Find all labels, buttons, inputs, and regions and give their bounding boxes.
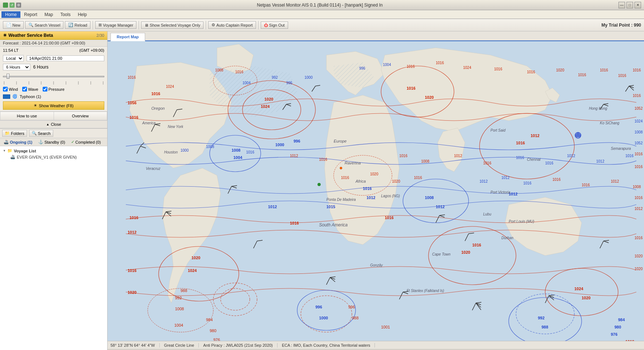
svg-text:1024: 1024 xyxy=(574,287,583,291)
typhoon-label: Typhoon (1) xyxy=(20,94,41,99)
svg-text:1012: 1012 xyxy=(268,205,277,209)
svg-text:1016: 1016 xyxy=(472,243,481,247)
completed-tab[interactable]: ✓ Completed (0) xyxy=(70,139,102,145)
maximize-button[interactable]: □ xyxy=(626,2,633,8)
forecast-bar: Forecast : 2021-04-14 21:00:00 (GMT +09:… xyxy=(0,40,107,47)
svg-text:1012: 1012 xyxy=(436,205,445,209)
new-button[interactable]: 📄 New xyxy=(3,21,24,29)
svg-text:996: 996 xyxy=(294,139,300,143)
menu-home[interactable]: Home xyxy=(1,11,20,18)
voyage-list-group: ▼ 📁 Voyage List xyxy=(1,148,106,154)
svg-text:Ravenna: Ravenna xyxy=(345,161,361,165)
svg-text:1016: 1016 xyxy=(151,92,160,96)
show-weather-label: Show Weather (F8) xyxy=(39,104,73,108)
titlebar: ↺ ⚙ Netpas Vessel Monitor AIS 0.1 (Build… xyxy=(0,0,644,10)
svg-text:996: 996 xyxy=(359,66,365,70)
svg-text:980: 980 xyxy=(210,328,216,333)
svg-text:1001: 1001 xyxy=(381,325,390,329)
menu-tools[interactable]: Tools xyxy=(57,11,74,18)
auto-captain-report-button[interactable]: ⚙ Auto Captain Report xyxy=(208,21,256,29)
voyage-manager-button[interactable]: ⊞ Voyage Manager xyxy=(95,21,136,29)
app-icons: ↺ ⚙ xyxy=(3,3,21,8)
svg-text:1015: 1015 xyxy=(326,205,335,209)
show-weather-button[interactable]: ☀ Show Weather (F8) xyxy=(3,101,104,110)
svg-text:Veracruz: Veracruz xyxy=(146,167,161,171)
weather-btn-icon: ☀ xyxy=(34,103,37,108)
sign-out-button[interactable]: ⏻ Sign Out xyxy=(261,22,288,29)
svg-text:1016: 1016 xyxy=(128,75,136,79)
svg-text:Lagos (NG): Lagos (NG) xyxy=(381,194,400,198)
signout-icon: ⏻ xyxy=(264,23,268,27)
close-weather-button[interactable]: ▲ Close xyxy=(0,120,107,128)
svg-text:Ft Stanlex (Falkland Is): Ft Stanlex (Falkland Is) xyxy=(407,289,444,293)
svg-text:1016: 1016 xyxy=(516,141,525,145)
pressure-checkbox[interactable]: Pressure xyxy=(43,87,65,92)
report-map-tab[interactable]: Report Map xyxy=(110,33,145,41)
reload-button[interactable]: 🔄 Reload xyxy=(65,21,90,29)
folders-button[interactable]: 📁 Folders xyxy=(2,130,27,137)
svg-text:980: 980 xyxy=(614,325,621,329)
locale-select[interactable]: Local xyxy=(3,55,24,62)
list-item[interactable]: 🚢 EVER GIVEN_V1 (EVER GIVEN) xyxy=(1,154,106,160)
menu-map[interactable]: Map xyxy=(41,11,57,18)
svg-text:1008: 1008 xyxy=(175,307,184,311)
search-voyage-button[interactable]: 🔍 Search xyxy=(29,130,53,137)
close-button[interactable]: ✕ xyxy=(635,2,641,8)
date-input[interactable] xyxy=(27,55,104,61)
overview-button[interactable]: Overview xyxy=(54,112,108,120)
expand-icon: ▼ xyxy=(3,149,6,152)
svg-text:1012: 1012 xyxy=(128,230,136,234)
svg-text:New York: New York xyxy=(168,125,184,129)
search-vessel-button[interactable]: 🔍 Search Vessel xyxy=(25,21,63,29)
ongoing-icon: 🚢 xyxy=(4,140,9,144)
menu-help[interactable]: Help xyxy=(74,11,90,18)
svg-text:976: 976 xyxy=(611,332,617,337)
weather-map[interactable]: 1024 1020 1016 1056 1016 1016 1020 1016 … xyxy=(108,41,644,349)
layer-checkboxes: Wind Wave Pressure xyxy=(0,85,107,93)
svg-text:1016: 1016 xyxy=(582,183,590,187)
show-selected-voyage-button[interactable]: 🖥 Show Selected Voyage Only xyxy=(141,22,203,29)
window-controls[interactable]: — □ ✕ xyxy=(618,2,641,8)
how-overview-row: How to use Overview xyxy=(0,111,107,120)
svg-text:1024: 1024 xyxy=(188,268,197,273)
wind-checkbox[interactable]: Wind xyxy=(3,87,18,92)
svg-text:1008: 1008 xyxy=(215,68,224,72)
svg-text:1016: 1016 xyxy=(290,221,299,225)
svg-text:1016: 1016 xyxy=(633,68,641,72)
svg-text:992: 992 xyxy=(175,296,182,300)
weather-page: 2/30 xyxy=(97,33,104,38)
menu-report[interactable]: Report xyxy=(20,11,41,18)
voyage-tree: ▼ 📁 Voyage List 🚢 EVER GIVEN_V1 (EVER GI… xyxy=(0,146,107,350)
slider-ticks: ||||||||| xyxy=(3,81,104,85)
svg-text:1020: 1020 xyxy=(128,290,136,295)
how-to-use-button[interactable]: How to use xyxy=(0,112,54,120)
svg-text:1016: 1016 xyxy=(578,73,586,77)
svg-text:1016: 1016 xyxy=(235,70,244,74)
svg-text:Ponta De Madeira: Ponta De Madeira xyxy=(326,198,356,202)
minimize-button[interactable]: — xyxy=(618,2,625,8)
reload-icon: 🔄 xyxy=(68,23,73,27)
slider-thumb[interactable] xyxy=(7,74,9,79)
wave-checkbox[interactable]: Wave xyxy=(22,87,38,92)
slider-row: ||||||||| xyxy=(0,71,107,85)
svg-point-206 xyxy=(340,167,342,169)
voyage-item-label: EVER GIVEN_V1 (EVER GIVEN) xyxy=(17,155,77,159)
time-slider[interactable] xyxy=(3,73,104,80)
svg-text:Chennai: Chennai xyxy=(527,158,541,162)
svg-text:1016: 1016 xyxy=(523,181,532,185)
ongoing-tab[interactable]: 🚢 Ongoing (1) xyxy=(2,139,34,145)
svg-text:1008: 1008 xyxy=(206,145,214,149)
svg-text:1004: 1004 xyxy=(174,323,183,327)
standby-tab[interactable]: ⚓ Standby (0) xyxy=(37,139,67,145)
svg-text:Cape Town: Cape Town xyxy=(432,252,451,256)
svg-text:Ko SiChang: Ko SiChang xyxy=(600,121,620,125)
hours-select[interactable]: 1 Hour 3 Hours 6 Hours 12 Hours 24 Hours xyxy=(3,64,30,70)
voyage-icon: ⊞ xyxy=(98,23,102,27)
coordinates-display: 58° 13' 28"N 64° 44' 4"W xyxy=(108,343,160,347)
svg-text:1004: 1004 xyxy=(233,155,243,160)
hours-row: 1 Hour 3 Hours 6 Hours 12 Hours 24 Hours… xyxy=(0,63,107,71)
close-arrow-icon: ▲ xyxy=(46,122,49,126)
svg-text:America: America xyxy=(142,121,156,125)
voyage-tabs: 🚢 Ongoing (1) ⚓ Standby (0) ✓ Completed … xyxy=(0,138,107,146)
svg-text:1012: 1012 xyxy=(501,176,510,180)
